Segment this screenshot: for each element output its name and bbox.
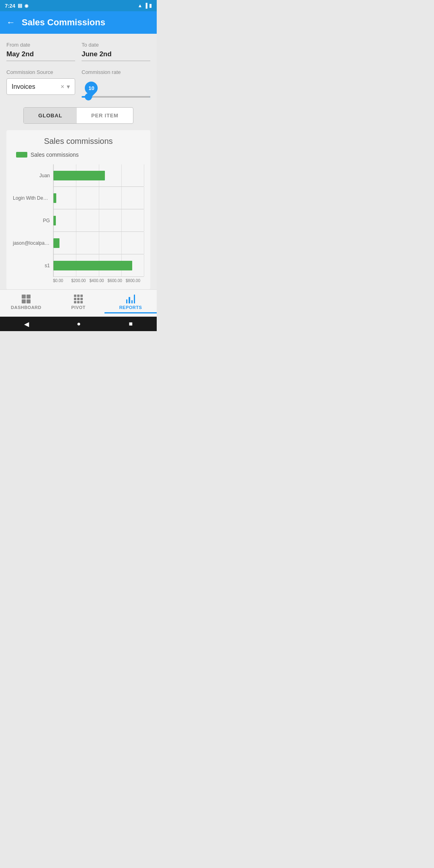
bar-fill xyxy=(53,193,56,203)
legend-label: Sales commissions xyxy=(31,151,79,158)
status-left: 7:24 ▤ ◉ xyxy=(5,3,29,9)
recents-system-btn[interactable]: ■ xyxy=(129,320,133,328)
chart-row: PG xyxy=(13,209,144,232)
bar-fill xyxy=(53,171,105,180)
dropdown-icon[interactable]: ▾ xyxy=(67,83,70,90)
time-display: 7:24 xyxy=(5,3,15,9)
chart-row: jason@localpaintershouston.com xyxy=(13,232,144,254)
sim-icon: ▤ xyxy=(18,3,22,8)
back-system-btn[interactable]: ◀ xyxy=(24,320,29,328)
x-axis-label: $200.00 xyxy=(71,278,89,283)
row-bar-area xyxy=(53,187,144,209)
bottom-nav: DASHBOARD PIVOT REPORTS xyxy=(0,289,157,317)
nav-label-reports: REPORTS xyxy=(119,305,142,310)
from-date-field[interactable]: From date May 2nd xyxy=(6,42,75,61)
x-axis: $0.00$200.00$400.00$600.00$800.00 xyxy=(13,278,144,283)
commission-rate-container: Commission rate 10 xyxy=(82,69,150,98)
chart-rows: JuanLogin With DemoPGjason@localpainters… xyxy=(13,164,144,277)
clear-icon[interactable]: × xyxy=(61,83,64,90)
x-axis-label: $400.00 xyxy=(89,278,107,283)
status-bar: 7:24 ▤ ◉ ▲ ▐ ▮ xyxy=(0,0,157,11)
from-date-value[interactable]: May 2nd xyxy=(6,50,75,61)
nav-active-indicator xyxy=(104,312,157,313)
slider-thumb[interactable] xyxy=(85,93,92,100)
wifi-icon: ▲ xyxy=(138,3,143,8)
row-label: PG xyxy=(13,218,53,223)
x-axis-label: $0.00 xyxy=(53,278,71,283)
chart-row: s1 xyxy=(13,254,144,277)
slider-track[interactable] xyxy=(82,96,150,98)
to-date-value[interactable]: June 2nd xyxy=(82,50,150,61)
to-date-field[interactable]: To date June 2nd xyxy=(82,42,150,61)
x-axis-label: $600.00 xyxy=(108,278,126,283)
tab-per-item[interactable]: PER ITEM xyxy=(77,108,133,123)
main-content: From date May 2nd To date June 2nd Commi… xyxy=(0,34,157,289)
nav-label-dashboard: DASHBOARD xyxy=(11,305,41,310)
nav-item-dashboard[interactable]: DASHBOARD xyxy=(0,293,52,315)
row-bar-area xyxy=(53,254,144,277)
legend-color-swatch xyxy=(16,152,27,158)
battery-icon: ▮ xyxy=(149,3,152,8)
nav-item-pivot[interactable]: PIVOT xyxy=(52,293,104,315)
commission-source-value: Invoices xyxy=(12,83,35,90)
x-axis-label: $800.00 xyxy=(126,278,144,283)
commission-row: Commission Source Invoices × ▾ Commissio… xyxy=(6,69,150,98)
reports-icon xyxy=(126,295,135,303)
date-row: From date May 2nd To date June 2nd xyxy=(6,42,150,61)
nav-label-pivot: PIVOT xyxy=(71,305,86,310)
chart-row: Login With Demo xyxy=(13,187,144,209)
slider-container: 10 xyxy=(82,82,150,98)
pivot-icon xyxy=(74,295,83,303)
status-right: ▲ ▐ ▮ xyxy=(138,3,152,8)
slider-track-bg xyxy=(92,96,150,98)
home-system-btn[interactable]: ● xyxy=(77,320,81,328)
toggle-tabs: GLOBAL PER ITEM xyxy=(6,107,150,124)
from-date-label: From date xyxy=(6,42,75,48)
dashboard-icon xyxy=(22,295,31,303)
bar-chart: JuanLogin With DemoPGjason@localpainters… xyxy=(13,164,144,283)
toggle-container: GLOBAL PER ITEM xyxy=(23,107,133,124)
commission-source-label: Commission Source xyxy=(6,69,75,75)
commission-source-container: Commission Source Invoices × ▾ xyxy=(6,69,75,95)
row-label: s1 xyxy=(13,263,53,268)
bar-fill xyxy=(53,216,56,225)
vpn-icon: ◉ xyxy=(25,3,29,8)
signal-icon: ▐ xyxy=(144,3,147,8)
system-nav: ◀ ● ■ xyxy=(0,317,157,331)
nav-item-reports[interactable]: REPORTS xyxy=(104,293,157,315)
row-label: Juan xyxy=(13,173,53,178)
commission-rate-label: Commission rate xyxy=(82,69,150,75)
to-date-label: To date xyxy=(82,42,150,48)
row-label: jason@localpaintershouston.com xyxy=(13,240,53,246)
source-select-icons: × ▾ xyxy=(61,83,70,90)
back-button[interactable]: ← xyxy=(6,17,15,28)
page-title: Sales Commissions xyxy=(22,17,105,28)
bar-fill xyxy=(53,261,132,270)
chart-row: Juan xyxy=(13,164,144,187)
bar-fill xyxy=(53,238,59,248)
app-bar: ← Sales Commissions xyxy=(0,11,157,34)
row-bar-area xyxy=(53,209,144,232)
row-bar-area xyxy=(53,164,144,187)
chart-title: Sales commissions xyxy=(13,137,144,146)
chart-legend: Sales commissions xyxy=(13,151,144,158)
chart-section: Sales commissions Sales commissions Juan… xyxy=(6,130,150,289)
tab-global[interactable]: GLOBAL xyxy=(24,108,77,123)
slider-value: 10 xyxy=(88,85,94,91)
row-label: Login With Demo xyxy=(13,195,53,201)
commission-source-select[interactable]: Invoices × ▾ xyxy=(6,78,75,95)
row-bar-area xyxy=(53,232,144,254)
